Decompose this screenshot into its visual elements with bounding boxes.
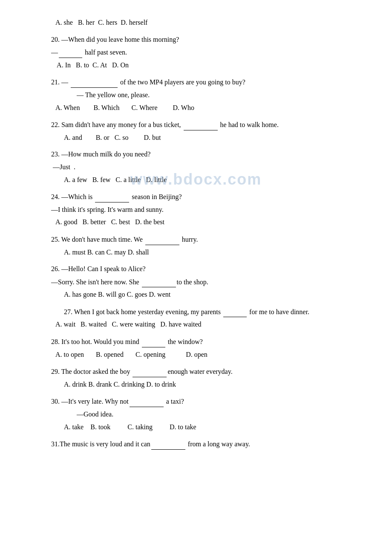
q29-blank: [133, 366, 167, 377]
q23-block: 23. —How much milk do you need? —Just . …: [51, 149, 358, 185]
q22-prompt: 22. Sam didn't have any money for a bus …: [51, 119, 358, 130]
q23-prompt: 23. —How much milk do you need?: [51, 149, 358, 160]
q25-prompt: 25. We don't have much time. We hurry.: [51, 234, 358, 245]
q20-blank-line: — half past seven.: [51, 46, 358, 58]
q31-blank: [151, 438, 185, 450]
q26-prompt: 26. —Hello! Can I speak to Alice?: [51, 263, 358, 275]
q27-blank: [223, 306, 247, 318]
exam-content: A. she B. her C. hers D. herself 20. —Wh…: [51, 17, 358, 450]
q28-block: 28. It's too hot. Would you mind the win…: [51, 336, 358, 360]
q28-blank: [142, 336, 165, 347]
q20-prompt: 20. —When did you leave home this mornin…: [51, 34, 358, 45]
q24-block: 24. —Which is season in Beijing? —I thin…: [51, 191, 358, 228]
q21-blank: [71, 76, 118, 88]
q27-prompt: 27. When I got back home yesterday eveni…: [51, 306, 358, 318]
q27-block: 27. When I got back home yesterday eveni…: [51, 306, 358, 330]
q19-options: A. she B. her C. hers D. herself: [51, 17, 358, 28]
q19-options-block: A. she B. her C. hers D. herself: [51, 17, 358, 28]
q22-block: 22. Sam didn't have any money for a bus …: [51, 119, 358, 143]
q26-response: —Sorry. She isn't here now. She to the s…: [51, 276, 358, 288]
q26-block: 26. —Hello! Can I speak to Alice? —Sorry…: [51, 263, 358, 300]
q21-options: A. When B. Which C. Where D. Who: [51, 102, 358, 113]
q30-prompt: 30. —It's very late. Why not a taxi?: [51, 396, 358, 407]
q25-block: 25. We don't have much time. We hurry. A…: [51, 234, 358, 257]
q30-options: A. take B. took C. taking D. to take: [51, 422, 358, 433]
q25-options: A. must B. can C. may D. shall: [51, 247, 358, 258]
q24-options: A. good B. better C. best D. the best: [51, 217, 358, 228]
q24-prompt: 24. —Which is season in Beijing?: [51, 191, 358, 202]
q30-response: —Good idea.: [51, 409, 358, 420]
q21-response: — The yellow one, please.: [51, 90, 358, 101]
q29-prompt: 29. The doctor asked the boy enough wate…: [51, 366, 358, 377]
q27-options: A. wait B. waited C. were waiting D. hav…: [51, 319, 358, 330]
q28-options: A. to open B. opened C. opening D. open: [51, 349, 358, 360]
q20-options: A. In B. to C. At D. On: [51, 60, 358, 71]
q26-blank: [142, 276, 176, 288]
q22-options: A. and B. or C. so D. but: [51, 132, 358, 143]
q20-block: 20. —When did you leave home this mornin…: [51, 34, 358, 71]
q29-block: 29. The doctor asked the boy enough wate…: [51, 366, 358, 390]
q23-response: —Just .: [51, 162, 358, 173]
q21-prompt: 21. — of the two MP4 players are you goi…: [51, 76, 358, 88]
q31-block: 31.The music is very loud and it can fro…: [51, 438, 358, 450]
q29-options: A. drink B. drank C. drinking D. to drin…: [51, 379, 358, 390]
q24-blank: [95, 191, 129, 202]
q28-prompt: 28. It's too hot. Would you mind the win…: [51, 336, 358, 347]
q21-block: 21. — of the two MP4 players are you goi…: [51, 76, 358, 113]
q20-blank: [59, 46, 82, 58]
q26-options: A. has gone B. will go C. goes D. went: [51, 289, 358, 300]
q24-response: —I think it's spring. It's warm and sunn…: [51, 204, 358, 215]
q22-blank: [184, 119, 218, 130]
q30-block: 30. —It's very late. Why not a taxi? —Go…: [51, 396, 358, 432]
q30-blank: [130, 396, 164, 407]
q23-options: A. a few B. few C. a little D. little: [51, 174, 358, 185]
q31-prompt: 31.The music is very loud and it can fro…: [51, 438, 358, 450]
q25-blank: [145, 234, 179, 245]
